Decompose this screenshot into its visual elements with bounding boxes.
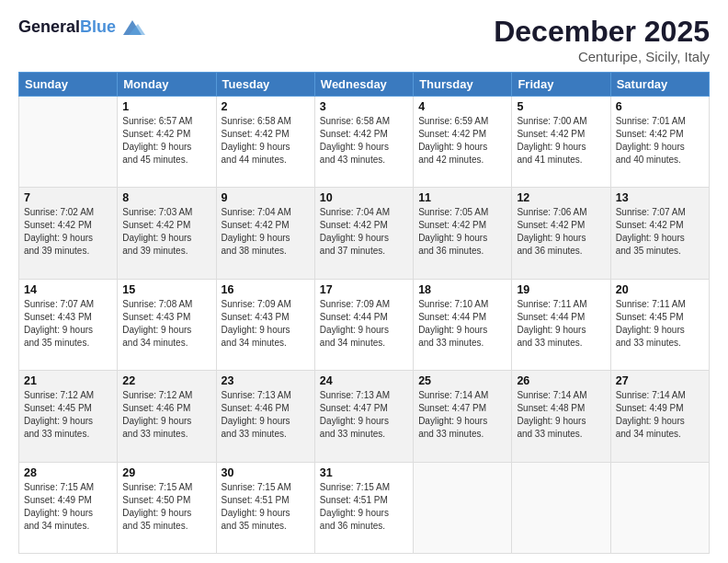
day-number: 21 <box>24 374 112 387</box>
day-number: 8 <box>122 191 210 204</box>
calendar-header-saturday: Saturday <box>610 73 709 97</box>
day-number: 27 <box>616 374 704 387</box>
title-block: December 2025 Centuripe, Sicily, Italy <box>494 15 710 64</box>
month-title: December 2025 <box>494 15 710 49</box>
calendar-cell: 15Sunrise: 7:08 AM Sunset: 4:43 PM Dayli… <box>118 279 216 370</box>
calendar-cell: 4Sunrise: 6:59 AM Sunset: 4:42 PM Daylig… <box>414 97 512 188</box>
cell-info: Sunrise: 7:03 AM Sunset: 4:42 PM Dayligh… <box>122 206 210 258</box>
calendar-header-friday: Friday <box>512 73 610 97</box>
calendar-header-tuesday: Tuesday <box>216 73 314 97</box>
calendar-cell: 17Sunrise: 7:09 AM Sunset: 4:44 PM Dayli… <box>314 279 413 370</box>
calendar-cell: 16Sunrise: 7:09 AM Sunset: 4:43 PM Dayli… <box>216 279 314 370</box>
calendar-cell <box>19 97 118 188</box>
calendar-cell: 12Sunrise: 7:06 AM Sunset: 4:42 PM Dayli… <box>512 188 610 279</box>
day-number: 15 <box>122 283 210 296</box>
day-number: 18 <box>418 283 506 296</box>
calendar-week-row: 21Sunrise: 7:12 AM Sunset: 4:45 PM Dayli… <box>19 371 710 462</box>
cell-info: Sunrise: 6:58 AM Sunset: 4:42 PM Dayligh… <box>222 115 310 167</box>
cell-info: Sunrise: 7:14 AM Sunset: 4:48 PM Dayligh… <box>517 389 605 441</box>
calendar-cell: 18Sunrise: 7:10 AM Sunset: 4:44 PM Dayli… <box>414 279 512 370</box>
day-number: 29 <box>122 466 210 479</box>
calendar-cell: 7Sunrise: 7:02 AM Sunset: 4:42 PM Daylig… <box>19 188 118 279</box>
day-number: 17 <box>320 283 408 296</box>
calendar-cell: 19Sunrise: 7:11 AM Sunset: 4:44 PM Dayli… <box>512 279 610 370</box>
calendar-cell: 13Sunrise: 7:07 AM Sunset: 4:42 PM Dayli… <box>610 188 709 279</box>
day-number: 28 <box>24 466 112 479</box>
header: GeneralBlue December 2025 Centuripe, Sic… <box>18 15 710 64</box>
day-number: 19 <box>517 283 605 296</box>
calendar-cell: 31Sunrise: 7:15 AM Sunset: 4:51 PM Dayli… <box>314 462 413 553</box>
cell-info: Sunrise: 7:13 AM Sunset: 4:46 PM Dayligh… <box>222 389 310 441</box>
cell-info: Sunrise: 7:12 AM Sunset: 4:46 PM Dayligh… <box>122 389 210 441</box>
day-number: 5 <box>517 100 605 113</box>
calendar-cell <box>610 462 709 553</box>
location: Centuripe, Sicily, Italy <box>494 49 710 64</box>
calendar-cell: 11Sunrise: 7:05 AM Sunset: 4:42 PM Dayli… <box>414 188 512 279</box>
day-number: 11 <box>418 191 506 204</box>
cell-info: Sunrise: 7:09 AM Sunset: 4:43 PM Dayligh… <box>222 298 310 350</box>
calendar-cell: 9Sunrise: 7:04 AM Sunset: 4:42 PM Daylig… <box>216 188 314 279</box>
cell-info: Sunrise: 7:11 AM Sunset: 4:44 PM Dayligh… <box>517 298 605 350</box>
cell-info: Sunrise: 7:04 AM Sunset: 4:42 PM Dayligh… <box>222 206 310 258</box>
calendar-cell: 14Sunrise: 7:07 AM Sunset: 4:43 PM Dayli… <box>19 279 118 370</box>
calendar-header-sunday: Sunday <box>19 73 118 97</box>
day-number: 6 <box>616 100 704 113</box>
cell-info: Sunrise: 7:07 AM Sunset: 4:43 PM Dayligh… <box>24 298 112 350</box>
day-number: 26 <box>517 374 605 387</box>
day-number: 30 <box>222 466 310 479</box>
logo-text: GeneralBlue <box>18 18 116 37</box>
calendar-header-monday: Monday <box>118 73 216 97</box>
calendar-cell: 22Sunrise: 7:12 AM Sunset: 4:46 PM Dayli… <box>118 371 216 462</box>
cell-info: Sunrise: 7:09 AM Sunset: 4:44 PM Dayligh… <box>320 298 408 350</box>
calendar-cell: 8Sunrise: 7:03 AM Sunset: 4:42 PM Daylig… <box>118 188 216 279</box>
logo: GeneralBlue <box>18 15 145 40</box>
calendar-header-thursday: Thursday <box>414 73 512 97</box>
cell-info: Sunrise: 7:01 AM Sunset: 4:42 PM Dayligh… <box>616 115 704 167</box>
calendar-cell: 1Sunrise: 6:57 AM Sunset: 4:42 PM Daylig… <box>118 97 216 188</box>
cell-info: Sunrise: 6:59 AM Sunset: 4:42 PM Dayligh… <box>418 115 506 167</box>
calendar-table: SundayMondayTuesdayWednesdayThursdayFrid… <box>18 72 710 554</box>
cell-info: Sunrise: 7:15 AM Sunset: 4:50 PM Dayligh… <box>122 481 210 533</box>
calendar-cell: 3Sunrise: 6:58 AM Sunset: 4:42 PM Daylig… <box>314 97 413 188</box>
calendar-week-row: 7Sunrise: 7:02 AM Sunset: 4:42 PM Daylig… <box>19 188 710 279</box>
day-number: 14 <box>24 283 112 296</box>
calendar-cell <box>414 462 512 553</box>
calendar-cell: 5Sunrise: 7:00 AM Sunset: 4:42 PM Daylig… <box>512 97 610 188</box>
calendar-cell: 24Sunrise: 7:13 AM Sunset: 4:47 PM Dayli… <box>314 371 413 462</box>
calendar-week-row: 28Sunrise: 7:15 AM Sunset: 4:49 PM Dayli… <box>19 462 710 553</box>
calendar-cell: 30Sunrise: 7:15 AM Sunset: 4:51 PM Dayli… <box>216 462 314 553</box>
calendar-week-row: 14Sunrise: 7:07 AM Sunset: 4:43 PM Dayli… <box>19 279 710 370</box>
calendar-week-row: 1Sunrise: 6:57 AM Sunset: 4:42 PM Daylig… <box>19 97 710 188</box>
day-number: 22 <box>122 374 210 387</box>
day-number: 7 <box>24 191 112 204</box>
calendar-cell: 6Sunrise: 7:01 AM Sunset: 4:42 PM Daylig… <box>610 97 709 188</box>
day-number: 23 <box>222 374 310 387</box>
day-number: 10 <box>320 191 408 204</box>
calendar-cell: 28Sunrise: 7:15 AM Sunset: 4:49 PM Dayli… <box>19 462 118 553</box>
cell-info: Sunrise: 7:14 AM Sunset: 4:49 PM Dayligh… <box>616 389 704 441</box>
cell-info: Sunrise: 7:00 AM Sunset: 4:42 PM Dayligh… <box>517 115 605 167</box>
day-number: 13 <box>616 191 704 204</box>
cell-info: Sunrise: 7:12 AM Sunset: 4:45 PM Dayligh… <box>24 389 112 441</box>
day-number: 2 <box>222 100 310 113</box>
calendar-cell: 10Sunrise: 7:04 AM Sunset: 4:42 PM Dayli… <box>314 188 413 279</box>
day-number: 20 <box>616 283 704 296</box>
cell-info: Sunrise: 7:06 AM Sunset: 4:42 PM Dayligh… <box>517 206 605 258</box>
calendar-header-wednesday: Wednesday <box>314 73 413 97</box>
calendar-cell: 20Sunrise: 7:11 AM Sunset: 4:45 PM Dayli… <box>610 279 709 370</box>
day-number: 3 <box>320 100 408 113</box>
cell-info: Sunrise: 7:15 AM Sunset: 4:51 PM Dayligh… <box>320 481 408 533</box>
calendar-cell: 26Sunrise: 7:14 AM Sunset: 4:48 PM Dayli… <box>512 371 610 462</box>
day-number: 4 <box>418 100 506 113</box>
logo-icon <box>119 15 145 40</box>
calendar-header-row: SundayMondayTuesdayWednesdayThursdayFrid… <box>19 73 710 97</box>
calendar-cell <box>512 462 610 553</box>
cell-info: Sunrise: 7:13 AM Sunset: 4:47 PM Dayligh… <box>320 389 408 441</box>
calendar-cell: 2Sunrise: 6:58 AM Sunset: 4:42 PM Daylig… <box>216 97 314 188</box>
calendar-cell: 25Sunrise: 7:14 AM Sunset: 4:47 PM Dayli… <box>414 371 512 462</box>
cell-info: Sunrise: 6:58 AM Sunset: 4:42 PM Dayligh… <box>320 115 408 167</box>
calendar-cell: 29Sunrise: 7:15 AM Sunset: 4:50 PM Dayli… <box>118 462 216 553</box>
cell-info: Sunrise: 7:15 AM Sunset: 4:49 PM Dayligh… <box>24 481 112 533</box>
day-number: 16 <box>222 283 310 296</box>
day-number: 24 <box>320 374 408 387</box>
